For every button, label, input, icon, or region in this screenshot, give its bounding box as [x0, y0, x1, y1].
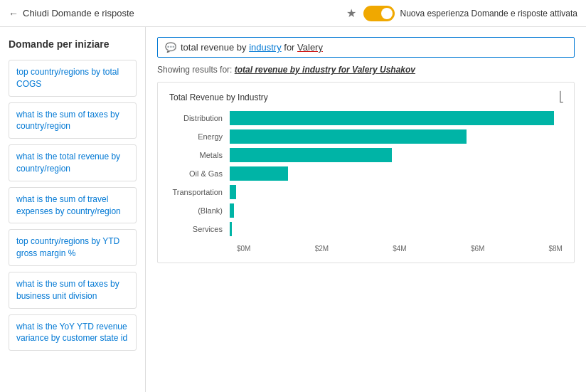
x-axis-label: $6M	[471, 245, 484, 253]
bar-track	[230, 111, 563, 125]
chart-row: Metals	[169, 148, 563, 162]
back-arrow-icon: ←	[9, 8, 18, 19]
bar-track	[230, 166, 563, 181]
x-axis-label: $4M	[393, 245, 406, 253]
x-axis: $0M$2M$4M$6M$8M	[237, 245, 563, 253]
chart-row: Distribution	[169, 111, 563, 125]
app-container: ← Chiudi Domande e risposte ★ Nuova espe…	[0, 0, 586, 392]
results-prefix: Showing results for:	[157, 65, 235, 75]
chart-row: Transportation	[169, 185, 563, 199]
close-qa-label: Chiudi Domande e risposte	[23, 8, 134, 18]
top-bar: ← Chiudi Domande e risposte ★ Nuova espe…	[0, 0, 586, 27]
x-axis-label: $0M	[237, 245, 250, 253]
toggle-label: Nuova esperienza Domande e risposte atti…	[400, 9, 577, 18]
pin-icon[interactable]: ★	[346, 6, 356, 20]
bar-label: Transportation	[169, 188, 230, 196]
bar-fill	[230, 166, 288, 181]
toggle-switch[interactable]	[363, 6, 395, 21]
bar-fill	[230, 203, 234, 218]
search-industry: industry	[249, 42, 282, 53]
sidebar-title: Domande per iniziare	[9, 38, 137, 50]
sidebar-item-item5[interactable]: top country/regions by YTD gross margin …	[9, 229, 137, 266]
sidebar-item-item4[interactable]: what is the sum of travel expenses by co…	[9, 187, 137, 224]
close-qa-button[interactable]: ← Chiudi Domande e risposte	[9, 8, 134, 19]
bar-label: Oil & Gas	[169, 169, 230, 178]
right-panel: 💬 total revenue by industry for Valery S…	[146, 27, 586, 392]
results-subtitle: Showing results for: total revenue by in…	[157, 65, 575, 75]
x-axis-label: $2M	[315, 245, 329, 253]
bar-fill	[230, 148, 392, 162]
chart-row: Oil & Gas	[169, 166, 563, 181]
bar-track	[230, 203, 563, 218]
sidebar-item-item1[interactable]: top country/regions by total COGS	[9, 60, 137, 97]
sidebar-item-item3[interactable]: what is the total revenue by country/reg…	[9, 144, 137, 181]
search-valery: Valery	[297, 42, 323, 53]
bar-chart: DistributionEnergyMetalsOil & GasTranspo…	[169, 111, 563, 240]
search-text-for: for	[282, 42, 297, 53]
chart-row: Services	[169, 222, 563, 236]
search-text-plain: total revenue by	[181, 42, 249, 53]
chart-row: (Blank)	[169, 203, 563, 218]
sidebar-item-item6[interactable]: what is the sum of taxes by business uni…	[9, 272, 137, 309]
bar-track	[230, 185, 563, 199]
bar-track	[230, 148, 563, 162]
bar-track	[230, 222, 563, 236]
bar-label: Metals	[169, 151, 230, 159]
sidebar: Domande per iniziare top country/regions…	[0, 27, 146, 392]
search-box[interactable]: 💬 total revenue by industry for Valery	[157, 37, 575, 58]
sidebar-item-item7[interactable]: what is the YoY YTD revenue variance by …	[9, 314, 137, 351]
bar-fill	[230, 129, 467, 144]
chart-title: Total Revenue by Industry	[169, 92, 563, 102]
bar-track	[230, 129, 563, 144]
x-axis-label: $8M	[549, 245, 563, 253]
bar-fill	[230, 222, 232, 236]
bar-fill	[230, 185, 236, 199]
bar-label: Distribution	[169, 114, 230, 122]
bar-label: (Blank)	[169, 206, 230, 215]
top-bar-right: ★ Nuova esperienza Domande e risposte at…	[346, 6, 577, 21]
sidebar-item-item2[interactable]: what is the sum of taxes by country/regi…	[9, 102, 137, 139]
sidebar-items-list: top country/regions by total COGSwhat is…	[9, 60, 137, 351]
chart-row: Energy	[169, 129, 563, 144]
toggle-container: Nuova esperienza Domande e risposte atti…	[363, 6, 577, 21]
filter-icon[interactable]: ⎣	[559, 91, 564, 102]
chat-icon: 💬	[165, 42, 176, 53]
bar-fill	[230, 111, 554, 125]
chart-container: ⎣ Total Revenue by Industry Distribution…	[157, 82, 575, 263]
results-query: total revenue by industry for Valery Ush…	[235, 65, 415, 75]
main-content: Domande per iniziare top country/regions…	[0, 27, 586, 392]
search-text: total revenue by industry for Valery	[181, 42, 323, 53]
bar-label: Energy	[169, 132, 230, 141]
bar-label: Services	[169, 225, 230, 233]
